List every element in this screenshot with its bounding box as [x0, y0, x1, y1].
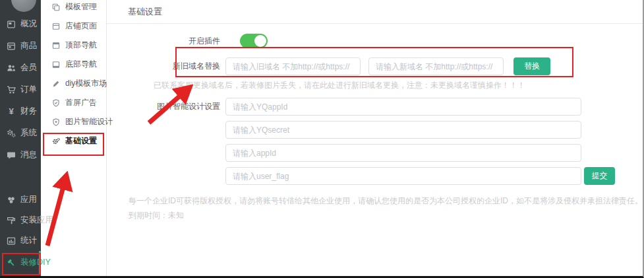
sidebar-item-members[interactable]: 会员: [0, 57, 41, 79]
avatar[interactable]: [11, 0, 36, 12]
user-flag-input[interactable]: [225, 167, 581, 185]
basic-settings-icon: [52, 137, 60, 145]
sidebar-item-label: 订单: [20, 84, 37, 95]
toggle-knob: [254, 35, 266, 47]
image-design-label: 图片智能设计设置: [107, 98, 225, 116]
submenu-item-label: 图片智能设计: [65, 116, 113, 127]
system-icon: [7, 129, 16, 138]
submenu-item-diy-market[interactable]: diy模板市场: [41, 74, 106, 93]
submenu-item-basic-settings[interactable]: 基础设置: [41, 131, 106, 151]
sidebar-item-label: 应用: [20, 194, 37, 205]
submenu-item-bottom-nav[interactable]: 底部导航: [41, 55, 106, 74]
sidebar-item-system[interactable]: 系统: [0, 122, 41, 144]
page-title: 基础设置: [107, 0, 643, 18]
yqsecret-input[interactable]: [225, 121, 581, 139]
primary-sidebar: 概况 商品 会员 订单 ¥ 财务 系统: [0, 0, 41, 278]
sidebar-item-orders[interactable]: 订单: [0, 79, 41, 100]
plugin-toggle-row: 开启插件: [107, 32, 643, 50]
sidebar-item-overview[interactable]: 概况: [0, 13, 41, 35]
sidebar-item-label: 会员: [20, 62, 37, 73]
submenu-item-label: 模板管理: [65, 1, 97, 13]
submenu-item-label: 底部导航: [65, 59, 97, 70]
sidebar-item-apps[interactable]: 应用: [0, 190, 41, 210]
install-app-icon: [7, 216, 16, 225]
submenu-item-top-nav[interactable]: 顶部导航: [41, 36, 106, 55]
shop-page-icon: [52, 22, 60, 30]
app-icon: [7, 195, 16, 205]
finance-icon: ¥: [7, 107, 16, 116]
member-icon: [7, 63, 16, 73]
overview-icon: [7, 20, 16, 29]
sidebar-item-label: 安装应用: [20, 215, 53, 226]
submenu-item-image-ai-design[interactable]: 图片智能设计: [41, 112, 106, 131]
sidebar-item-diy[interactable]: 装修DIY: [0, 251, 41, 274]
domain-replace-label: 新旧域名替换: [107, 61, 225, 72]
submenu-item-label: 首屏广告: [65, 97, 97, 108]
bottom-nav-icon: [52, 61, 60, 69]
template-manage-icon: [52, 3, 60, 11]
sidebar-item-finance[interactable]: ¥ 财务: [0, 100, 41, 122]
plugin-toggle-label: 开启插件: [107, 36, 225, 47]
appid-input[interactable]: [225, 144, 581, 162]
first-screen-ad-icon: [52, 99, 60, 107]
main-panel: 基础设置 开启插件 新旧域名替换 替换 已联系客服更换域名后，若装修图片丢失，请…: [107, 0, 643, 276]
submenu-item-label: 店铺页面: [65, 20, 97, 32]
plugin-toggle-switch[interactable]: [240, 34, 268, 48]
submenu-item-shop-page[interactable]: 店铺页面: [41, 17, 106, 36]
sidebar-item-goods[interactable]: 商品: [0, 35, 41, 57]
secondary-sidebar: 模板管理 店铺页面 顶部导航 底部导航 diy模板市场: [41, 0, 107, 278]
message-icon: [7, 151, 16, 160]
license-note: 每一个企业ID可获得版权授权，请勿将账号转借给其他企业使用，请确认您使用的是否为…: [129, 195, 643, 221]
stats-icon: [7, 236, 16, 246]
diy-icon: [7, 258, 16, 267]
order-icon: [7, 85, 16, 94]
submenu-item-label: 顶部导航: [65, 40, 97, 51]
domain-replace-note: 已联系客服更换域名后，若装修图片丢失，请在此处进行新旧域名更换，注意：未更换域名…: [154, 80, 643, 91]
expire-time-text: 到期时间：未知: [129, 210, 643, 221]
sidebar-item-label: 概况: [20, 18, 37, 30]
submenu-item-template-manage[interactable]: 模板管理: [41, 0, 106, 17]
sidebar-item-label: 装修DIY: [20, 257, 51, 268]
image-ai-design-icon: [52, 118, 60, 126]
sidebar-item-label: 财务: [20, 106, 37, 117]
sidebar-item-label: 系统: [20, 127, 37, 139]
submit-button[interactable]: 提交: [584, 167, 615, 185]
divider: [107, 23, 643, 24]
diy-market-icon: [52, 80, 60, 88]
submenu-item-first-screen-ad[interactable]: 首屏广告: [41, 93, 106, 112]
sidebar-item-messages[interactable]: 消息: [0, 144, 41, 166]
replace-button[interactable]: 替换: [513, 57, 550, 75]
license-note-text: 每一个企业ID可获得版权授权，请勿将账号转借给其他企业使用，请确认您使用的是否为…: [129, 195, 643, 207]
old-domain-input[interactable]: [225, 57, 361, 75]
domain-replace-row: 新旧域名替换 替换: [107, 57, 643, 75]
sidebar-item-label: 消息: [20, 149, 37, 160]
sidebar-item-label: 统计: [20, 235, 37, 246]
sidebar-item-statistics[interactable]: 统计: [0, 230, 41, 251]
submenu-item-label: 基础设置: [65, 135, 97, 147]
top-nav-icon: [52, 42, 60, 50]
yqappid-input[interactable]: [225, 98, 581, 116]
sidebar-item-install-apps[interactable]: 安装应用: [0, 210, 41, 230]
goods-icon: [7, 42, 16, 51]
sidebar-item-label: 商品: [20, 40, 37, 52]
image-design-section: 图片智能设计设置 提交: [107, 98, 643, 190]
new-domain-input[interactable]: [368, 57, 504, 75]
submenu-item-label: diy模板市场: [65, 78, 107, 89]
